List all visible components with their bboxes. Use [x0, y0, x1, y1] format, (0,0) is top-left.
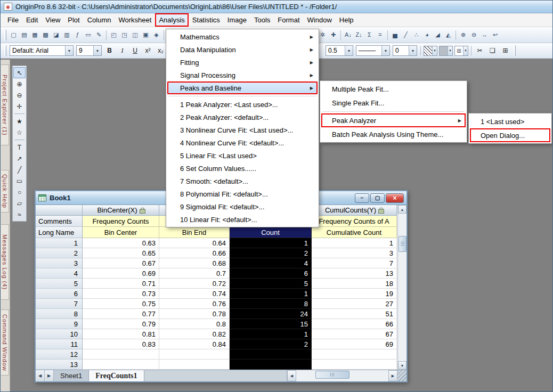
data-cell[interactable]: 24 [230, 309, 312, 319]
bar-chart-button[interactable]: ▅ [390, 29, 400, 40]
underline-button[interactable]: U [129, 45, 141, 56]
data-cell[interactable]: 0.67 [83, 258, 159, 268]
menu-item-4-nonlinear-curve-fit-default[interactable]: 4 Nonlinear Curve Fit: <default>... [167, 136, 318, 149]
dropdown-arrow-icon[interactable]: ▼ [432, 46, 437, 55]
copy-button[interactable]: ❏ [486, 45, 499, 56]
comments-cell[interactable]: Frequency Counts of A [312, 216, 397, 227]
menu-item-multiple-peak-fit[interactable]: Multiple Peak Fit... [321, 82, 466, 96]
data-cell[interactable]: 0.75 [83, 299, 159, 309]
new-excel-button[interactable]: ▩ [40, 29, 51, 40]
polygon-tool-button[interactable]: ▱ [13, 198, 26, 209]
data-cell[interactable]: 0.81 [83, 329, 159, 339]
data-cell[interactable]: 8 [230, 299, 312, 309]
data-cell[interactable]: 6 [230, 268, 312, 279]
menu-item-7-smooth-default[interactable]: 7 Smooth: <default>... [167, 175, 318, 187]
data-cell[interactable] [312, 349, 397, 360]
data-cell[interactable]: 1 [230, 289, 312, 299]
data-cell[interactable]: 51 [312, 309, 397, 319]
zoom-out-tool-button[interactable]: ⊖ [13, 89, 26, 101]
row-number[interactable]: 9 [36, 319, 83, 329]
rotation-combo[interactable]: 0 ▼ [393, 45, 417, 56]
rescale-button[interactable]: ↔ [479, 29, 490, 40]
circle-tool-button[interactable]: ○ [13, 186, 26, 198]
data-cell[interactable]: 0.83 [83, 339, 159, 349]
menu-view[interactable]: View [42, 13, 64, 27]
row-number[interactable]: 5 [36, 279, 83, 289]
data-cell[interactable] [83, 349, 159, 360]
menu-file[interactable]: File [4, 13, 22, 27]
tab-next-button[interactable]: ▶ [45, 370, 54, 381]
data-cell[interactable]: 0.84 [159, 339, 230, 349]
dock-tab-quick-help[interactable]: Quick Help [1, 170, 9, 213]
line-style-combo[interactable]: ——— ▼ [356, 45, 390, 56]
data-cell[interactable]: 3 [312, 248, 397, 258]
line-width-combo[interactable]: 0.5 ▼ [326, 45, 353, 56]
row-number[interactable]: 1 [36, 238, 83, 248]
data-cell[interactable]: 0.82 [159, 329, 230, 339]
horizontal-scroll-thumb[interactable] [315, 371, 349, 379]
data-cell[interactable]: 0.7 [159, 268, 230, 279]
sheet-tab-sheet1[interactable]: Sheet1 [54, 370, 89, 381]
data-cell[interactable]: 19 [312, 289, 397, 299]
freehand-tool-button[interactable]: ≈ [13, 209, 26, 220]
menu-window[interactable]: Window [304, 13, 336, 27]
new-layout-button[interactable]: ▭ [83, 29, 93, 40]
font-size-combo[interactable]: 9 ▼ [76, 45, 102, 56]
data-cell[interactable]: 27 [312, 299, 397, 309]
menu-tools[interactable]: Tools [250, 13, 274, 27]
row-number[interactable]: 3 [36, 258, 83, 268]
menu-analysis[interactable]: Analysis [155, 13, 188, 27]
data-cell[interactable]: 4 [230, 258, 312, 268]
close-button[interactable]: × [386, 193, 404, 203]
data-cell[interactable]: 0.79 [83, 319, 159, 329]
open-button[interactable]: ◰ [109, 29, 119, 40]
font-name-combo[interactable]: Default: Arial ▼ [10, 45, 74, 56]
data-cell[interactable]: 0.65 [83, 248, 159, 258]
toolbar-grip[interactable] [4, 45, 6, 56]
data-cell[interactable]: 0.72 [159, 279, 230, 289]
dropdown-arrow-icon[interactable]: ▼ [409, 46, 417, 55]
unmask-tool-button[interactable]: ☆ [13, 127, 26, 138]
vertical-scroll-track[interactable] [398, 214, 406, 361]
text-tool-button[interactable]: T [13, 142, 26, 153]
save-template-button[interactable]: ◈ [151, 29, 161, 40]
graph-3d-button[interactable]: ◭ [443, 29, 453, 40]
pie-chart-button[interactable]: ◕ [422, 29, 432, 40]
menu-item-batch-peak-analysis-using-theme[interactable]: Batch Peak Analysis Using Theme... [321, 127, 466, 141]
sort-ascending-button[interactable]: A↓ [343, 29, 353, 40]
new-project-button[interactable]: ▢ [9, 29, 19, 40]
scroll-down-button[interactable]: ▼ [398, 361, 406, 370]
menu-item-open-dialog[interactable]: Open Dialog... [470, 128, 550, 142]
borders-dropdown[interactable]: ⊞ ▼ [454, 46, 468, 56]
data-cell[interactable]: 0.66 [159, 248, 230, 258]
new-notes-button[interactable]: ✎ [94, 29, 104, 40]
data-cell[interactable]: 0.8 [159, 319, 230, 329]
line-chart-button[interactable]: ╱ [401, 29, 411, 40]
open-template-button[interactable]: ◫ [130, 29, 140, 40]
data-cell[interactable] [230, 360, 312, 370]
data-cell[interactable]: 13 [312, 268, 397, 279]
column-header-bincenter-x[interactable]: BinCenter(X) [83, 205, 159, 216]
open-excel-button[interactable]: ◳ [119, 29, 129, 40]
rectangle-tool-button[interactable]: ▭ [13, 175, 26, 186]
data-cell[interactable]: 0.76 [159, 299, 230, 309]
long-name-cell[interactable]: Cumulative Count [312, 227, 397, 238]
dropdown-arrow-icon[interactable]: ▼ [65, 46, 73, 55]
screen-reader-tool-button[interactable]: ✛ [13, 101, 26, 112]
scroll-up-button[interactable]: ▲ [398, 205, 406, 214]
last-used-button[interactable]: ↩ [490, 29, 500, 40]
data-cell[interactable]: 2 [230, 248, 312, 258]
menu-item-6-set-column-values[interactable]: 6 Set Column Values...... [167, 162, 318, 175]
area-chart-button[interactable]: ◢ [433, 29, 443, 40]
dropdown-arrow-icon[interactable]: ▼ [463, 46, 468, 55]
new-graph-button[interactable]: ◪ [51, 29, 61, 40]
subscript-button[interactable]: x₂ [154, 45, 167, 56]
new-workbook-button[interactable]: ▦ [30, 29, 40, 40]
data-cell[interactable]: 0.74 [159, 289, 230, 299]
data-cell[interactable]: 1 [230, 329, 312, 339]
set-column-values-button[interactable]: = [375, 29, 385, 40]
menu-item-9-sigmoidal-fit-default[interactable]: 9 Sigmoidal Fit: <default>... [167, 200, 318, 213]
data-cell[interactable] [159, 349, 230, 360]
minimize-button[interactable]: − [355, 193, 369, 203]
fill-color-dropdown[interactable]: ▼ [439, 46, 453, 56]
